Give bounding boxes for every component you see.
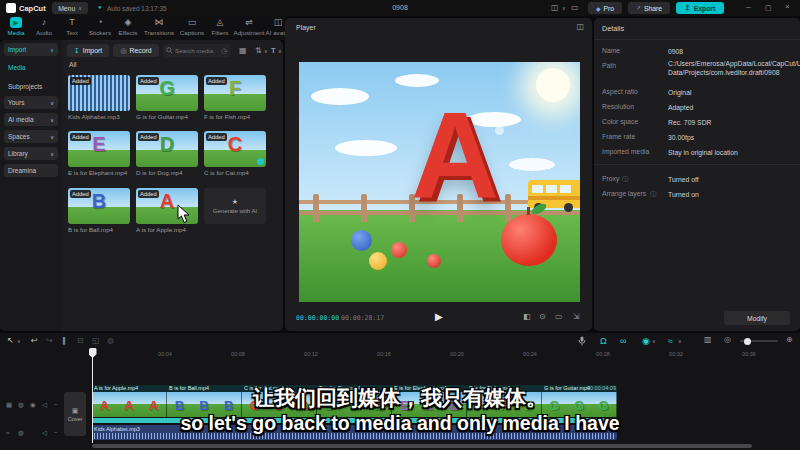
redo-icon[interactable]: ↪ (46, 336, 53, 345)
magnet-toggle-icon[interactable]: Ω (600, 336, 607, 346)
tab-captions[interactable]: ▭ Captions (178, 15, 206, 40)
ai-avatar-icon: ◫ (274, 17, 283, 28)
player-detach-icon[interactable]: ◫ (576, 23, 584, 31)
ruler-label: 00:36 (742, 351, 756, 357)
media-section-all[interactable]: All (69, 61, 77, 68)
info-icon[interactable]: ⓘ (650, 190, 656, 199)
record-button[interactable]: ◎ Record (113, 44, 159, 57)
sidebar-item-library[interactable]: Library ∨ (4, 147, 58, 160)
waveform-toggle-icon[interactable]: ≈ (668, 336, 673, 346)
capcut-logo-icon (6, 3, 16, 13)
share-button[interactable]: ↗Share (628, 2, 670, 14)
fit-timeline-icon[interactable]: ◎ (724, 336, 731, 344)
maximize-button[interactable]: ▢ (765, 4, 772, 11)
menu-button[interactable]: Menu∨ (52, 2, 88, 14)
media-panel: Import ∨ Media Subprojects Yours ∨ AI me… (0, 40, 283, 331)
waveform-chevron-icon[interactable]: ∨ (678, 339, 682, 344)
snapshot-icon[interactable]: ⊙ (539, 313, 546, 321)
filter-chevron-icon[interactable]: ∨ (278, 49, 282, 54)
detail-value: 30.00fps (668, 133, 794, 142)
close-button[interactable]: × (785, 3, 790, 11)
search-box[interactable]: ◷ (163, 44, 231, 57)
bus-window (560, 185, 571, 193)
arrange-layers-value: Turned on (668, 190, 794, 199)
ruler-label: 00:32 (669, 351, 683, 357)
link-toggle-icon[interactable]: ∞ (620, 336, 626, 346)
compare-icon[interactable]: ◧ (523, 313, 531, 321)
media-item-f-fish[interactable]: F Added (204, 75, 266, 111)
cloud (509, 158, 555, 171)
ball-blue (351, 230, 372, 251)
split-icon[interactable]: ∥ (62, 336, 66, 345)
filters-icon: ◬ (217, 17, 224, 28)
detail-label: Color space (602, 118, 638, 125)
sidebar-item-ai-media[interactable]: AI media ∨ (4, 113, 58, 126)
ratio-icon[interactable]: ▭ (555, 313, 563, 321)
zoom-slider-handle[interactable] (744, 338, 751, 345)
sidebar-item-media[interactable]: Media (8, 64, 26, 71)
select-tool-icon[interactable]: ↖ (7, 336, 14, 345)
pro-button[interactable]: ◆Pro (588, 2, 622, 14)
layout-resize-icon[interactable]: ◫ (551, 4, 559, 12)
snap-chevron-icon[interactable]: ∨ (652, 339, 656, 344)
sort-icon[interactable]: ⇅ (255, 47, 262, 55)
media-item-e-elephant[interactable]: E Added (68, 131, 130, 167)
generate-with-ai-tile[interactable]: ★ Generate with AI (204, 188, 266, 224)
app-name: CapCut (19, 4, 46, 13)
minimize-button[interactable]: – (746, 3, 750, 11)
video-viewport[interactable]: A (299, 62, 580, 302)
timeline-ruler[interactable]: 00:04 00:08 00:12 00:16 00:20 00:24 00:2… (0, 348, 800, 361)
timeline-scrollbar[interactable] (92, 444, 752, 448)
select-chevron-icon[interactable]: ∨ (17, 339, 21, 344)
detail-value: Rec. 709 SDR (668, 118, 794, 127)
zoom-slider[interactable] (740, 340, 778, 342)
tab-transitions[interactable]: ⋈ Transitions (142, 15, 176, 40)
media-item-d-dog[interactable]: D Added (136, 131, 198, 167)
sidebar-item-import[interactable]: Import ∨ (4, 43, 58, 56)
chevron-down-icon: ∨ (50, 117, 54, 123)
layout-compact-icon[interactable]: ▭ (571, 4, 579, 12)
tab-text[interactable]: T Text (58, 15, 86, 40)
modify-button[interactable]: Modify (724, 311, 790, 325)
media-item-label: E is for Elephant.mp4 (68, 169, 132, 176)
sidebar-item-spaces[interactable]: Spaces ∨ (4, 130, 58, 143)
search-input[interactable] (175, 47, 219, 54)
media-item-g-guitar[interactable]: G Added (136, 75, 198, 111)
voiceover-mic-icon[interactable] (578, 336, 586, 346)
sidebar-item-subprojects[interactable]: Subprojects (8, 83, 42, 90)
mask-icon[interactable]: ◍ (107, 336, 114, 345)
tab-filters[interactable]: ◬ Filters (206, 15, 234, 40)
sidebar-item-yours[interactable]: Yours ∨ (4, 96, 58, 109)
media-item-kids-alphabet[interactable]: Added (68, 75, 130, 111)
play-button[interactable]: ▶ (435, 311, 443, 322)
layout-chevron-icon[interactable]: ∨ (562, 6, 566, 11)
preview-quality-icon[interactable]: ▥ (704, 336, 712, 344)
snap-toggle-icon[interactable]: ◉ (642, 336, 650, 346)
search-history-icon[interactable]: ◷ (221, 47, 227, 54)
tab-adjustment[interactable]: ⇌ Adjustment (232, 15, 266, 40)
tab-stickers[interactable]: ◔ Stickers (86, 15, 114, 40)
sun (536, 68, 570, 102)
tab-audio[interactable]: ♪ Audio (30, 15, 58, 40)
media-item-label: C is for Cat.mp4 (204, 169, 268, 176)
grid-view-icon[interactable]: ▦ (239, 47, 247, 55)
audio-icon: ♪ (42, 17, 47, 28)
undo-icon[interactable]: ↩ (31, 336, 38, 345)
sort-chevron-icon[interactable]: ∨ (264, 49, 268, 54)
export-button[interactable]: ↥Export (676, 2, 724, 14)
fullscreen-icon[interactable]: ⇲ (573, 313, 580, 321)
media-item-b-ball[interactable]: B Added (68, 188, 130, 224)
school-bus (528, 180, 580, 208)
search-icon (166, 47, 173, 54)
tab-effects[interactable]: ◈ Effects (114, 15, 142, 40)
media-item-label: A is for Apple.mp4 (136, 226, 200, 233)
crop-icon[interactable]: ◱ (92, 336, 100, 345)
import-button[interactable]: ↧ Import (67, 44, 109, 57)
delete-icon[interactable]: ⊟ (77, 336, 84, 345)
filter-type-icon[interactable]: T (271, 47, 276, 55)
zoom-in-icon[interactable]: ⊕ (786, 336, 793, 344)
media-item-c-cat[interactable]: C Added (204, 131, 266, 167)
sidebar-item-dreamina[interactable]: Dreamina (4, 164, 58, 177)
tab-media[interactable]: ▶ Media (2, 15, 30, 40)
info-icon[interactable]: ⓘ (622, 175, 628, 184)
